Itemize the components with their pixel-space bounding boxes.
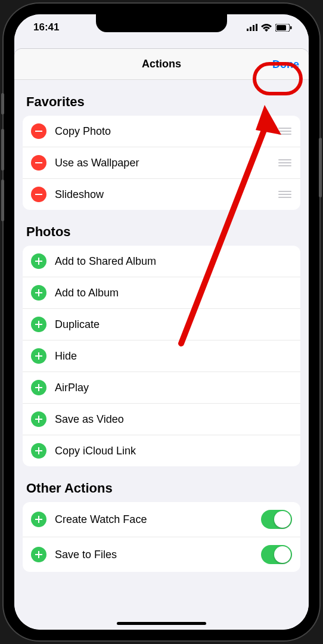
silent-switch	[1, 93, 4, 114]
svg-rect-21	[35, 419, 42, 420]
row-label: Add to Shared Album	[55, 255, 292, 268]
list-item[interactable]: Slideshow	[23, 179, 300, 210]
svg-rect-9	[35, 194, 42, 195]
edit-actions-sheet: Actions Done Favorites Copy Photo	[14, 49, 309, 630]
side-button	[319, 138, 322, 197]
svg-rect-2	[253, 25, 254, 31]
row-label: Copy iCloud Link	[55, 445, 292, 457]
svg-rect-8	[35, 162, 42, 163]
add-icon[interactable]	[31, 348, 46, 364]
volume-up-button	[1, 129, 4, 171]
nav-title: Actions	[142, 58, 181, 70]
remove-icon[interactable]	[31, 123, 46, 139]
svg-rect-3	[256, 24, 257, 31]
svg-rect-17	[35, 355, 42, 357]
photos-header: Photos	[14, 210, 309, 246]
list-item[interactable]: Create Watch Face	[23, 502, 300, 537]
list-item[interactable]: Copy iCloud Link	[23, 435, 300, 466]
add-icon[interactable]	[31, 443, 46, 459]
add-icon[interactable]	[31, 317, 46, 332]
notch	[96, 14, 227, 32]
svg-rect-27	[35, 554, 42, 555]
remove-icon[interactable]	[31, 187, 46, 202]
reorder-handle-icon[interactable]	[278, 128, 292, 135]
row-label: Use as Wallpaper	[55, 157, 278, 169]
content-scroll[interactable]: Favorites Copy Photo Use as Wallpaper	[14, 80, 309, 630]
wifi-icon	[261, 24, 272, 32]
add-icon[interactable]	[31, 512, 46, 527]
favorites-header: Favorites	[14, 80, 309, 116]
svg-rect-13	[35, 292, 42, 293]
battery-icon	[275, 24, 292, 32]
list-item[interactable]: Use as Wallpaper	[23, 147, 300, 179]
screen: 16:41 Actions Done Favorites	[14, 14, 309, 630]
other-actions-header: Other Actions	[14, 466, 309, 502]
svg-rect-15	[35, 324, 42, 325]
svg-rect-25	[35, 519, 42, 520]
add-icon[interactable]	[31, 285, 46, 301]
cellular-icon	[247, 24, 257, 31]
done-button[interactable]: Done	[272, 58, 299, 70]
list-item[interactable]: Add to Shared Album	[23, 246, 300, 277]
nav-bar: Actions Done	[14, 49, 309, 80]
row-label: AirPlay	[55, 382, 292, 394]
svg-rect-11	[35, 261, 42, 262]
reorder-handle-icon[interactable]	[278, 191, 292, 198]
row-label: Add to Album	[55, 287, 292, 299]
row-label: Save as Video	[55, 413, 292, 426]
row-label: Hide	[55, 350, 292, 363]
list-item[interactable]: AirPlay	[23, 372, 300, 404]
svg-rect-19	[35, 387, 42, 388]
reorder-handle-icon[interactable]	[278, 159, 292, 166]
list-item[interactable]: Add to Album	[23, 277, 300, 309]
svg-rect-1	[250, 27, 251, 31]
row-label: Slideshow	[55, 188, 278, 201]
toggle-switch[interactable]	[261, 545, 292, 564]
row-label: Create Watch Face	[55, 513, 261, 526]
row-label: Copy Photo	[55, 125, 278, 138]
list-item[interactable]: Save as Video	[23, 404, 300, 435]
list-item[interactable]: Hide	[23, 340, 300, 372]
status-time: 16:41	[33, 21, 59, 33]
svg-rect-0	[247, 29, 249, 31]
favorites-list: Copy Photo Use as Wallpaper	[23, 116, 300, 210]
toggle-switch[interactable]	[261, 510, 292, 529]
status-right	[247, 24, 292, 32]
photos-list: Add to Shared Album Add to Album Duplica…	[23, 246, 300, 466]
add-icon[interactable]	[31, 380, 46, 395]
remove-icon[interactable]	[31, 155, 46, 171]
svg-rect-23	[35, 450, 42, 451]
row-label: Duplicate	[55, 318, 292, 331]
volume-down-button	[1, 179, 4, 221]
svg-rect-5	[277, 25, 286, 30]
other-actions-list: Create Watch Face Save to Files	[23, 502, 300, 572]
device-frame: 16:41 Actions Done Favorites	[4, 4, 319, 640]
add-icon[interactable]	[31, 411, 46, 427]
row-label: Save to Files	[55, 549, 261, 561]
list-item[interactable]: Copy Photo	[23, 116, 300, 147]
list-item[interactable]: Save to Files	[23, 537, 300, 572]
list-item[interactable]: Duplicate	[23, 309, 300, 340]
add-icon[interactable]	[31, 547, 46, 562]
add-icon[interactable]	[31, 253, 46, 269]
svg-rect-6	[290, 26, 292, 29]
svg-rect-7	[35, 131, 42, 132]
home-indicator[interactable]	[117, 622, 206, 625]
